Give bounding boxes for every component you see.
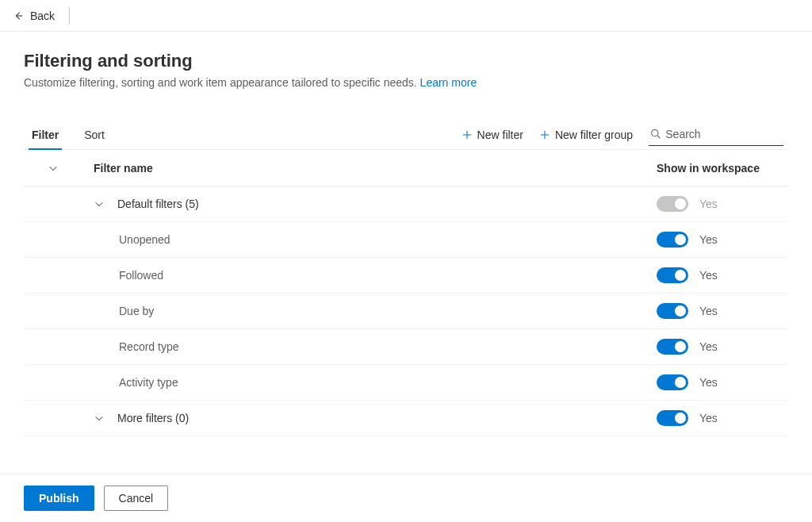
grid-header: Filter name Show in workspace: [24, 150, 788, 186]
toggle-label: Yes: [699, 340, 718, 353]
page-description: Customize filtering, sorting and work it…: [24, 76, 788, 89]
group-row-more-filters[interactable]: More filters (0) Yes: [24, 401, 788, 436]
plus-icon: [462, 129, 473, 140]
filter-name: Due by: [68, 305, 657, 317]
new-filter-button[interactable]: New filter: [454, 124, 531, 146]
toggle-followed[interactable]: [657, 267, 688, 283]
page-description-text: Customize filtering, sorting and work it…: [24, 76, 417, 89]
chevron-down-icon[interactable]: [94, 198, 105, 209]
toggle-label: Yes: [699, 412, 718, 424]
search-input[interactable]: [665, 128, 782, 140]
arrow-left-icon: [13, 10, 24, 21]
filter-row-unopened[interactable]: Unopened Yes: [24, 222, 788, 258]
filter-row-dueby[interactable]: Due by Yes: [24, 294, 788, 329]
filter-row-followed[interactable]: Followed Yes: [24, 258, 788, 294]
filter-row-activitytype[interactable]: Activity type Yes: [24, 365, 788, 401]
column-header-name[interactable]: Filter name: [68, 162, 657, 175]
filter-name: Record type: [68, 340, 657, 353]
new-filter-group-label: New filter group: [555, 129, 633, 141]
cancel-button[interactable]: Cancel: [104, 486, 169, 511]
chevron-down-icon[interactable]: [94, 413, 105, 424]
toggle-label: Yes: [699, 269, 718, 282]
new-filter-group-button[interactable]: New filter group: [531, 124, 641, 146]
toggle-recordtype[interactable]: [657, 339, 688, 355]
plus-icon: [539, 129, 550, 140]
learn-more-link[interactable]: Learn more: [420, 76, 477, 89]
toggle-label: Yes: [699, 198, 718, 210]
group-label: More filters (0): [117, 412, 189, 424]
filter-row-recordtype[interactable]: Record type Yes: [24, 329, 788, 365]
tab-sort[interactable]: Sort: [81, 121, 108, 149]
back-button[interactable]: Back: [6, 6, 61, 25]
tab-filter[interactable]: Filter: [29, 121, 62, 149]
filter-name: Unopened: [68, 233, 657, 246]
toggle-unopened[interactable]: [657, 232, 688, 248]
page-title: Filtering and sorting: [24, 51, 788, 71]
toggle-dueby[interactable]: [657, 303, 688, 319]
toggle-more-filters[interactable]: [657, 410, 688, 426]
group-row-default-filters[interactable]: Default filters (5) Yes: [24, 186, 788, 222]
back-label: Back: [30, 10, 55, 22]
toggle-activitytype[interactable]: [657, 374, 688, 390]
top-bar: Back: [0, 0, 812, 32]
divider: [69, 7, 70, 25]
footer: Publish Cancel: [0, 474, 812, 522]
toggle-label: Yes: [699, 376, 718, 389]
tab-bar: Filter Sort New filter New filter group: [24, 121, 788, 150]
new-filter-label: New filter: [477, 129, 523, 141]
filter-name: Followed: [68, 269, 657, 282]
column-header-show[interactable]: Show in workspace: [657, 162, 783, 175]
expand-all-toggle[interactable]: [29, 163, 68, 174]
svg-point-0: [652, 130, 658, 136]
toggle-label: Yes: [699, 305, 718, 317]
group-label: Default filters (5): [117, 198, 199, 210]
search-icon: [650, 128, 661, 140]
toggle-label: Yes: [699, 233, 718, 246]
publish-button[interactable]: Publish: [24, 486, 94, 511]
chevron-down-icon: [48, 163, 59, 174]
filter-name: Activity type: [68, 376, 657, 389]
search-box[interactable]: [649, 125, 783, 146]
toggle-default-filters: [657, 196, 688, 212]
